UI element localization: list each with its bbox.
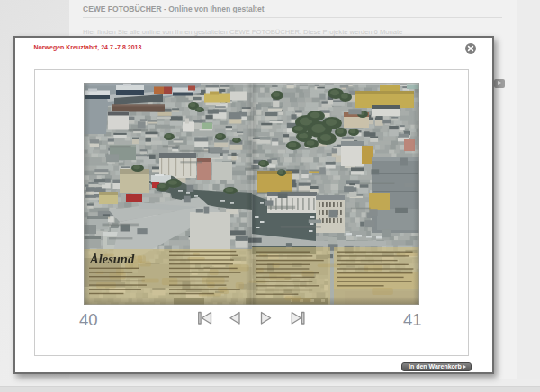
svg-text:Ålesund: Ålesund (89, 252, 135, 266)
